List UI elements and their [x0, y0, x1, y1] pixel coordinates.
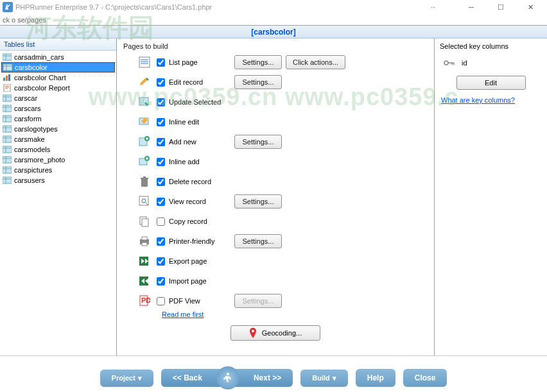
close-button[interactable]: Close	[403, 369, 447, 387]
sidebar-item-carsbcolor Report[interactable]: carsbcolor Report	[1, 83, 115, 93]
page-row-copy: Copy record	[139, 214, 428, 228]
view-icon	[139, 196, 150, 207]
edit-label: Edit record	[169, 78, 234, 86]
svg-rect-6	[4, 84, 10, 92]
edit-settings-button[interactable]: Settings...	[234, 75, 282, 89]
runner-icon	[216, 366, 239, 389]
close-window-button[interactable]: ✕	[521, 1, 539, 13]
svg-point-34	[252, 330, 254, 332]
svg-rect-10	[3, 126, 12, 132]
sidebar-item-carsform[interactable]: carsform	[1, 114, 115, 124]
sidebar-item-carslogotypes[interactable]: carslogotypes	[1, 124, 115, 134]
sidebar-item-carspictures[interactable]: carspictures	[1, 165, 115, 175]
svg-rect-9	[3, 115, 12, 122]
inlineedit-checkbox[interactable]	[157, 118, 165, 126]
add-label: Add new	[169, 138, 234, 146]
svg-rect-16	[139, 57, 150, 67]
import-checkbox[interactable]	[157, 277, 165, 285]
printer-settings-button[interactable]: Settings...	[234, 234, 282, 248]
maximize-button[interactable]: ☐	[492, 1, 510, 13]
sidebar-item-carscars[interactable]: carscars	[1, 103, 115, 114]
project-button[interactable]: Project ▾	[100, 370, 153, 387]
svg-rect-5	[8, 74, 10, 81]
edit-checkbox[interactable]	[157, 78, 165, 87]
next-button[interactable]: Next >>	[242, 369, 293, 387]
add-icon	[139, 136, 150, 148]
sidebar-item-carsbcolor[interactable]: carsbcolor	[1, 62, 115, 72]
keycols-group-label: Selected key columns	[440, 42, 542, 50]
svg-rect-13	[3, 157, 12, 163]
sidebar-item-carsmake[interactable]: carsmake	[1, 134, 115, 144]
inlineedit-label: Inline edit	[169, 118, 234, 126]
svg-rect-15	[3, 177, 12, 183]
page-row-import: Import page	[139, 274, 428, 288]
list-settings-button[interactable]: Settings...	[234, 55, 282, 69]
inlineadd-label: Inline add	[169, 158, 234, 166]
pdf-link[interactable]: Read me first	[162, 311, 204, 318]
import-label: Import page	[169, 277, 234, 285]
printer-label: Printer-friendly	[169, 237, 234, 245]
view-settings-button[interactable]: Settings...	[234, 194, 282, 209]
add-settings-button[interactable]: Settings...	[234, 135, 282, 149]
app-icon	[3, 2, 13, 12]
sidebar: Tables list carsadmin_carscarsbcolorcars…	[0, 38, 117, 355]
page-row-list: List pageSettings...Click actions...	[139, 55, 428, 69]
context-label: [carsbcolor]	[251, 28, 295, 37]
delete-checkbox[interactable]	[157, 178, 165, 186]
titlebar: PHPRunner Enterprise 9.7 - C:\projects\c…	[0, 0, 547, 14]
update-checkbox[interactable]	[157, 98, 165, 107]
import-icon	[139, 275, 150, 287]
sidebar-item-carsadmin_cars[interactable]: carsadmin_cars	[1, 52, 115, 62]
page-row-add: Add newSettings...	[139, 135, 428, 149]
page-row-edit: Edit recordSettings...	[139, 75, 428, 89]
keycols-help-link[interactable]: What are key columns?	[441, 96, 542, 104]
edit-keys-button[interactable]: Edit	[456, 76, 526, 90]
svg-rect-14	[3, 167, 12, 173]
delete-icon	[139, 176, 150, 187]
geocoding-button[interactable]: Geocoding...	[230, 325, 320, 341]
window-title: PHPRunner Enterprise 9.7 - C:\projects\c…	[15, 3, 430, 11]
svg-rect-12	[3, 146, 12, 153]
sidebar-item-carscar[interactable]: carscar	[1, 93, 115, 103]
context-bar: [carsbcolor]	[0, 26, 547, 38]
copy-icon	[139, 216, 150, 227]
sidebar-item-carsusers[interactable]: carsusers	[1, 175, 115, 185]
printer-checkbox[interactable]	[157, 237, 165, 246]
key-columns-panel: Selected key columns id Edit What are ke…	[434, 38, 547, 355]
view-checkbox[interactable]	[157, 198, 165, 206]
page-row-printer: Printer-friendlySettings...	[139, 234, 428, 248]
pdf-checkbox[interactable]	[157, 297, 165, 305]
tables-tree[interactable]: carsadmin_carscarsbcolorcarsbcolor Chart…	[0, 51, 116, 355]
inlineadd-checkbox[interactable]	[157, 158, 165, 166]
build-button[interactable]: Build ▾	[300, 370, 348, 387]
help-button[interactable]: Help	[356, 369, 395, 387]
list-icon	[139, 56, 150, 68]
sidebar-item-carsmore_photo[interactable]: carsmore_photo	[1, 155, 115, 165]
pdf-icon: PDF	[139, 295, 150, 307]
pages-panel: Pages to build List pageSettings...Click…	[117, 38, 434, 355]
view-label: View record	[169, 198, 234, 205]
delete-label: Delete record	[169, 178, 234, 185]
key-column-name: id	[462, 59, 467, 67]
update-icon	[139, 96, 150, 108]
list-checkbox[interactable]	[157, 58, 165, 67]
minimize-button[interactable]: ─	[462, 1, 480, 13]
printer-icon	[139, 235, 150, 247]
svg-rect-2	[3, 64, 12, 71]
copy-checkbox[interactable]	[157, 217, 165, 226]
add-checkbox[interactable]	[157, 138, 165, 146]
toolbar-text: ck o se/pages	[3, 16, 46, 24]
pdf-label: PDF View	[169, 297, 234, 305]
inlineedit-icon	[139, 116, 150, 128]
sidebar-item-carsmodels[interactable]: carsmodels	[1, 144, 115, 155]
sidebar-header: Tables list	[0, 38, 116, 51]
back-button[interactable]: << Back	[161, 369, 214, 387]
copy-label: Copy record	[169, 217, 234, 225]
export-checkbox[interactable]	[157, 257, 165, 266]
list-actions-button[interactable]: Click actions...	[286, 55, 345, 69]
svg-rect-26	[142, 219, 148, 226]
sidebar-item-carsbcolor Chart[interactable]: carsbcolor Chart	[1, 72, 115, 83]
svg-rect-7	[3, 95, 12, 101]
svg-rect-3	[3, 78, 5, 81]
chevron-down-icon: ▾	[138, 374, 142, 382]
